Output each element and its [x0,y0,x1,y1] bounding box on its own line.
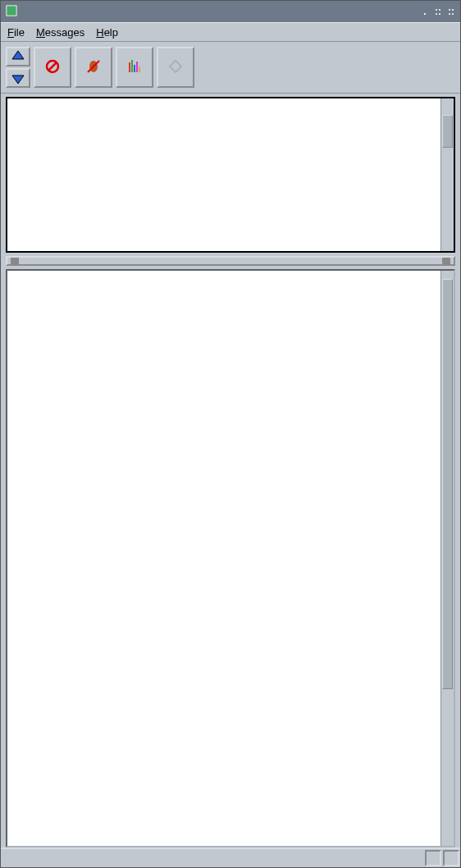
app-icon [6,5,17,19]
close-icon[interactable]: :: [447,6,455,17]
detail-pane[interactable] [6,269,455,847]
suppress-button[interactable] [75,47,112,88]
menubar: File Messages Help [1,22,460,42]
titlebar[interactable]: . :: :: [1,1,460,22]
svg-marker-1 [12,51,24,59]
nav-up-button[interactable] [6,47,30,66]
main-panes [1,94,460,847]
svg-line-4 [48,62,57,71]
svg-rect-8 [131,60,133,72]
menu-file[interactable]: File [7,26,25,39]
message-list-pane[interactable] [6,97,455,253]
maximize-icon[interactable]: :: [434,6,442,17]
pane-splitter[interactable] [6,256,455,266]
app-window: . :: :: File Messages Help [0,0,461,868]
status-connections [425,850,441,866]
menu-help[interactable]: Help [96,26,118,39]
svg-rect-12 [170,61,181,72]
svg-rect-11 [139,66,140,72]
svg-rect-7 [129,62,130,72]
statusbar [1,847,460,867]
svg-rect-0 [7,5,16,15]
sort-button[interactable] [116,47,153,88]
svg-marker-2 [12,75,24,84]
scrollbar[interactable] [440,98,454,251]
menu-messages[interactable]: Messages [36,26,84,39]
minimize-icon[interactable]: . [421,6,429,17]
rebuild-button[interactable] [157,47,194,88]
nav-down-button[interactable] [6,68,30,88]
delete-button[interactable] [34,47,71,88]
toolbar [1,42,460,94]
status-messages [443,850,459,866]
svg-rect-10 [136,62,138,72]
scrollbar[interactable] [440,271,454,846]
svg-rect-9 [134,65,135,72]
